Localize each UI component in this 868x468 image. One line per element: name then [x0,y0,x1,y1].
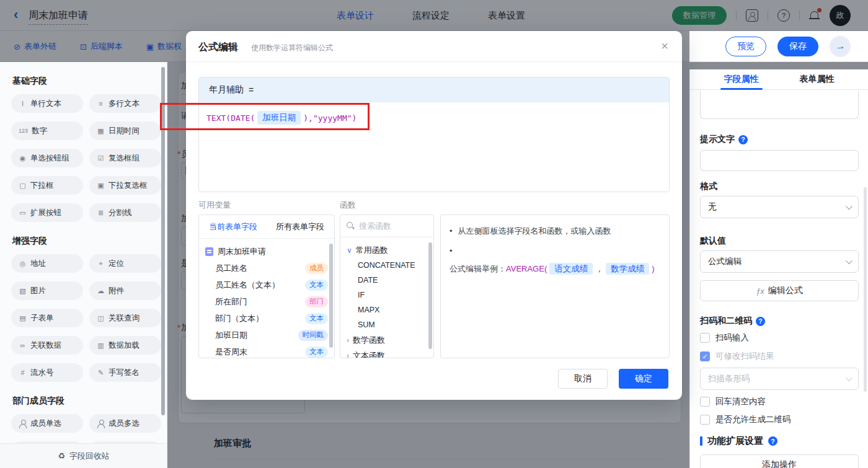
field-type-chip[interactable]: 成员多选 [89,414,161,433]
signature-icon: ✎ [97,369,105,377]
form-node[interactable]: 周末加班申请 [205,244,328,260]
formula-expression[interactable]: TEXT(DATE(加班日期),"yyyyMM") [199,102,669,133]
field-type-chip[interactable]: ◉单选按钮组 [11,149,83,167]
function-group-math[interactable]: ›数学函数 [347,332,428,348]
field-type-chip[interactable]: ▢下拉框 [11,176,83,195]
fx-icon: ƒx [756,286,764,296]
field-type-chip[interactable]: I单行文本 [11,94,83,113]
field-type-chip[interactable]: ☁附件 [89,281,161,300]
section-title-enhanced-fields: 增强字段 [12,236,167,247]
field-type-chip[interactable]: ▤子表单 [11,309,83,327]
field-type-chip[interactable]: ≡多行文本 [89,94,161,113]
tab-current-form-fields[interactable]: 当前表单字段 [209,221,257,232]
field-type-chip[interactable]: ▭扩展按钮 [11,203,83,222]
share-button[interactable]: → [830,36,851,57]
help-icon[interactable]: ? [756,317,765,326]
tab-all-form-fields[interactable]: 所有表单字段 [276,221,324,232]
tab-form-properties[interactable]: 表单属性 [800,69,835,89]
attachment-icon: ☁ [97,287,105,295]
scan-mode-select[interactable]: 扫描条形码 [700,368,859,390]
search-input[interactable] [359,221,421,231]
variable-item[interactable]: 是否周末文本 [205,343,328,358]
help-line: •从左侧面板选择字段名和函数，或输入函数 [450,225,660,237]
variable-item[interactable]: 部门（文本）文本 [205,310,328,327]
hint-text-input[interactable] [700,150,859,171]
variable-item[interactable]: 所在部门部门 [205,293,328,310]
field-type-badge: 成员 [305,263,328,274]
example-field-chip: 数学成绩 [606,263,649,275]
field-library-sidebar: 基础字段 I单行文本 ≡多行文本 123数字 ▦日期时间 ◉单选按钮组 ☑复选框… [0,62,167,468]
panel-scrollbar[interactable] [864,187,867,392]
checkbox-icon [700,415,710,425]
section-title-member-fields: 部门成员字段 [12,395,167,407]
format-label: 格式 [700,181,717,192]
functions-tree: ∨常用函数 CONCATENATE DATE IF MAPX SUM ›数学函数… [340,237,433,358]
field-token-overtime-date[interactable]: 加班日期 [257,111,301,125]
field-type-chip[interactable]: ≣分割线 [89,203,161,222]
serial-number-icon: # [19,369,27,376]
function-group-text[interactable]: ›文本函数 [347,348,428,358]
multi-dropdown-icon: ▣ [97,182,105,190]
field-type-chip[interactable]: ☑复选框组 [89,149,161,167]
checkbox-scan-editable[interactable]: ✓可修改扫码结果 [700,351,774,362]
field-type-chip[interactable]: ▣下拉复选框 [89,176,161,195]
add-action-button[interactable]: 添加操作 [700,454,859,468]
edit-formula-button[interactable]: ƒx编辑公式 [700,280,859,301]
functions-scrollbar[interactable] [428,242,432,349]
field-type-chip[interactable]: ∞关联数据 [11,336,83,355]
extend-button-icon: ▭ [19,209,27,217]
variable-item[interactable]: 员工姓名成员 [205,260,328,276]
hint-text-label: 提示文字? [700,134,748,145]
field-type-chip[interactable]: ◫关联查询 [89,309,161,327]
function-item[interactable]: MAPX [347,302,428,317]
function-item[interactable]: SUM [347,317,428,332]
default-value-select[interactable]: 公式编辑 [700,250,859,273]
functions-label: 函数 [340,200,356,211]
field-type-chip[interactable]: ▧图片 [11,281,83,300]
field-type-chip[interactable]: ▥数据加载 [89,336,161,355]
close-icon[interactable]: × [661,39,668,53]
variables-scrollbar[interactable] [329,244,333,348]
sidebar-scrollbar[interactable] [161,67,165,415]
save-button[interactable]: 保存 [777,37,818,56]
cancel-button[interactable]: 取消 [558,369,608,389]
formula-editor-box: 年月辅助 = TEXT(DATE(加班日期),"yyyyMM") [198,77,670,192]
function-item[interactable]: IF [347,288,428,302]
dialog-header: 公式编辑 使用数学运算符编辑公式 × [186,31,682,62]
help-icon[interactable]: ? [738,135,748,144]
basic-fields-grid: I单行文本 ≡多行文本 123数字 ▦日期时间 ◉单选按钮组 ☑复选框组 ▢下拉… [11,94,167,222]
field-recycle-bin[interactable]: ♻ 字段回收站 [0,443,167,468]
subform-icon: ▤ [19,314,27,322]
field-type-chip[interactable]: ◎地址 [11,254,83,273]
field-type-chip[interactable]: #流水号 [11,363,83,382]
function-item[interactable]: DATE [347,273,428,288]
formula-target-name: 年月辅助 [209,84,244,95]
field-type-chip[interactable]: 123数字 [11,121,83,140]
format-select[interactable]: 无 [700,196,859,218]
tab-field-properties[interactable]: 字段属性 [724,69,759,89]
checkbox-enter-clear[interactable]: 回车清空内容 [700,396,766,407]
field-name-input-partial[interactable] [700,91,859,119]
function-item[interactable]: CONCATENATE [347,258,428,273]
function-group-common[interactable]: ∨常用函数 [347,242,428,258]
checkbox-group-icon: ☑ [97,154,105,162]
checkbox-allow-qr[interactable]: 是否允许生成二维码 [700,414,791,425]
help-icon[interactable]: ? [768,436,777,446]
formula-prefix: TEXT(DATE( [206,113,255,123]
field-type-chip[interactable]: ▦日期时间 [89,121,161,140]
search-icon [347,222,355,230]
field-type-chip[interactable]: ⌖定位 [89,254,161,273]
chevron-down-icon [846,203,852,210]
preview-button[interactable]: 预览 [725,37,766,56]
chevron-down-icon: ∨ [347,246,352,255]
field-type-chip[interactable]: ✎手写签名 [89,363,161,382]
function-search[interactable] [340,215,433,237]
variable-item[interactable]: 员工姓名（文本）文本 [205,276,328,293]
confirm-button[interactable]: 确定 [619,369,668,389]
variables-tree: 周末加班申请 员工姓名成员 员工姓名（文本）文本 所在部门部门 部门（文本）文本… [199,239,334,358]
checkbox-scan-input[interactable]: 扫码输入 [700,332,749,343]
field-type-chip[interactable]: 成员单选 [11,414,83,433]
equals-sign: = [249,85,254,95]
properties-tabs: 字段属性 表单属性 [690,69,868,90]
variable-item[interactable]: 加班日期时间戳 [205,327,328,343]
